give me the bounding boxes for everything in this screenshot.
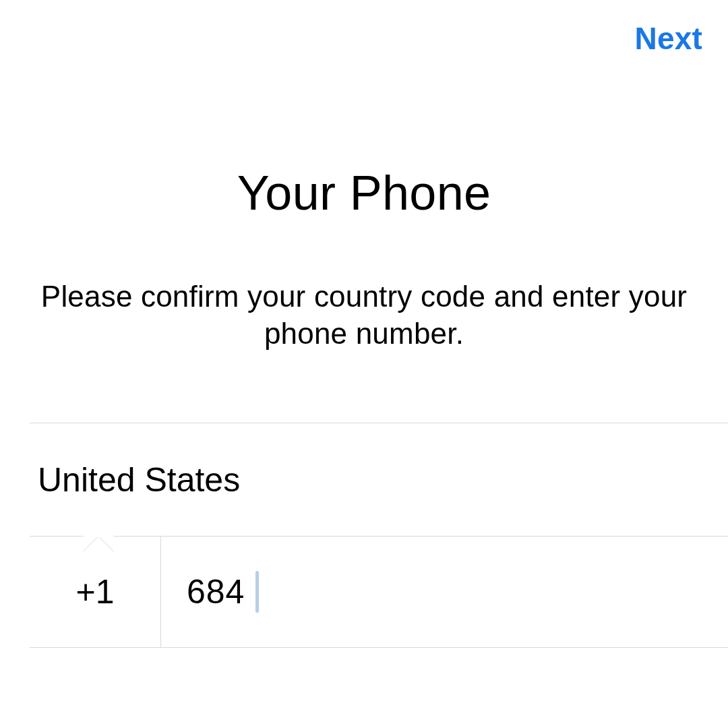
phone-input-cell: [161, 537, 728, 647]
page-subtitle: Please confirm your country code and ent…: [40, 278, 688, 352]
country-name: United States: [38, 460, 240, 499]
country-selector[interactable]: United States: [30, 423, 728, 537]
next-button[interactable]: Next: [634, 20, 702, 57]
phone-input-section: +1: [30, 536, 728, 648]
phone-entry-screen: Next Your Phone Please confirm your coun…: [0, 0, 728, 728]
phone-input[interactable]: [187, 572, 728, 611]
page-title: Your Phone: [40, 165, 688, 220]
dial-code[interactable]: +1: [30, 537, 161, 647]
country-section: United States: [30, 423, 728, 537]
header-section: Your Phone Please confirm your country c…: [0, 165, 728, 352]
